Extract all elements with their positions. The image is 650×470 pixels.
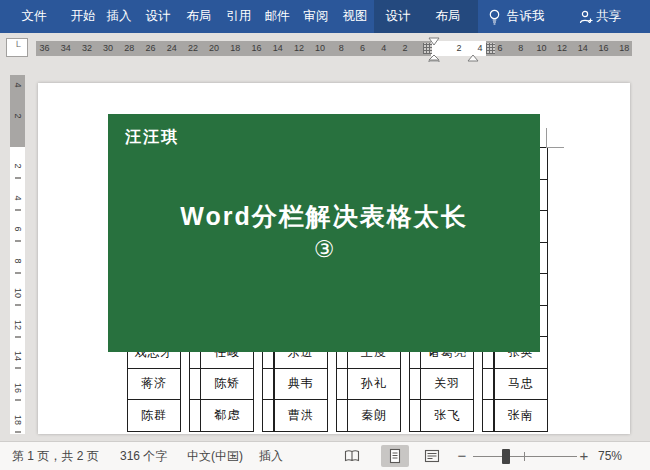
tab-table-layout[interactable]: 布局	[424, 0, 472, 33]
vruler-number: 14	[13, 349, 23, 364]
hruler-number: 12	[294, 41, 304, 56]
banner-circled-number: ③	[108, 236, 540, 263]
table-spacer-cell[interactable]	[409, 368, 421, 401]
web-layout-view-button[interactable]	[418, 445, 446, 467]
table-cell[interactable]: 蒋济	[127, 368, 181, 401]
tab-main-4[interactable]: 布局	[184, 0, 214, 33]
ribbon-tab-bar: 文件开始插入设计布局引用邮件审阅视图 设计 布局 告诉我 共享	[0, 0, 650, 33]
zoom-slider-track[interactable]	[473, 456, 577, 457]
vruler-tick	[15, 431, 21, 433]
hruler-number: 20	[209, 41, 219, 56]
vruler-number: 4	[13, 78, 23, 93]
vruler-tick	[15, 209, 21, 211]
insert-mode-status[interactable]: 插入	[259, 442, 283, 470]
tab-main-6[interactable]: 邮件	[262, 0, 292, 33]
table-cell[interactable]: 张飞	[420, 399, 474, 432]
vruler-tick	[15, 304, 21, 306]
hruler-number: 8	[518, 41, 523, 56]
print-layout-icon	[388, 448, 402, 464]
word-count-status[interactable]: 316 个字	[120, 442, 167, 470]
right-indent-marker[interactable]	[467, 54, 479, 62]
tab-main-7[interactable]: 审阅	[301, 0, 331, 33]
table-cell[interactable]: 曹洪	[274, 399, 328, 432]
tab-main-1[interactable]: 开始	[68, 0, 98, 33]
hruler-number: 8	[339, 41, 344, 56]
document-canvas: 4224681012141618 戏志才蒋济陈群任峻陈矫郗虑乐进典韦曹洪王度孙礼…	[0, 62, 650, 441]
tab-table-design[interactable]: 设计	[374, 0, 422, 33]
tab-main-5[interactable]: 引用	[224, 0, 254, 33]
hruler-number: 32	[82, 41, 92, 56]
hruler-number: 36	[39, 41, 49, 56]
table-cell[interactable]: 马忠	[494, 368, 548, 401]
zoom-slider-handle[interactable]	[502, 449, 510, 464]
table-spacer-cell[interactable]	[189, 368, 201, 401]
tab-main-2[interactable]: 插入	[104, 0, 134, 33]
table-spacer-cell[interactable]	[409, 399, 421, 432]
hruler-number: 28	[124, 41, 134, 56]
hruler-number: 6	[360, 41, 365, 56]
table-column-marker-icon[interactable]	[486, 43, 495, 54]
hruler-number: 16	[251, 41, 261, 56]
vruler-number: 2	[13, 159, 23, 174]
table-spacer-cell[interactable]	[336, 399, 348, 432]
document-page[interactable]: 戏志才蒋济陈群任峻陈矫郗虑乐进典韦曹洪王度孙礼秦朗诸葛亮关羽张飞张奂马忠张南 汪…	[38, 83, 630, 434]
hruler-number: 4	[381, 41, 386, 56]
table-spacer-cell[interactable]	[262, 368, 274, 401]
vruler-number: 16	[13, 380, 23, 395]
vruler-number: 8	[13, 254, 23, 269]
table-cell[interactable]: 典韦	[274, 368, 328, 401]
lightbulb-icon	[488, 9, 501, 25]
zoom-slider-center-tick	[524, 452, 525, 461]
web-layout-icon	[424, 449, 440, 463]
table-spacer-cell[interactable]	[336, 368, 348, 401]
zoom-percentage[interactable]: 75%	[598, 442, 622, 470]
vruler-tick	[15, 272, 21, 274]
table-cell[interactable]: 张南	[494, 399, 548, 432]
tab-file[interactable]: 文件	[19, 0, 49, 33]
share-button[interactable]: 共享	[596, 0, 621, 33]
table-cell[interactable]: 郗虑	[200, 399, 254, 432]
table-cell[interactable]: 陈矫	[200, 368, 254, 401]
status-bar: 第 1 页，共 2 页 316 个字 中文(中国) 插入 − + 75%	[0, 441, 650, 470]
table-spacer-cell[interactable]	[482, 399, 494, 432]
hruler-number: 30	[103, 41, 113, 56]
tab-main-8[interactable]: 视图	[340, 0, 370, 33]
vertical-ruler[interactable]: 4224681012141618	[10, 75, 25, 434]
hruler-number: 12	[557, 41, 567, 56]
horizontal-ruler[interactable]: 3634323028262422201816141210864224681012…	[36, 41, 632, 56]
horizontal-ruler-band: └ 36343230282624222018161412108642246810…	[0, 33, 650, 62]
green-title-banner-shape[interactable]: 汪汪琪 Word分栏解决表格太长 ③	[108, 114, 540, 352]
page-number-status[interactable]: 第 1 页，共 2 页	[12, 442, 99, 470]
language-status[interactable]: 中文(中国)	[187, 442, 243, 470]
table-spacer-cell[interactable]	[262, 399, 274, 432]
zoom-out-button[interactable]: −	[456, 442, 468, 470]
zoom-in-button[interactable]: +	[578, 442, 590, 470]
table-cell[interactable]: 陈群	[127, 399, 181, 432]
hruler-number: 34	[61, 41, 71, 56]
hruler-number: 2	[402, 41, 407, 56]
table-tools-contextual-group: 设计 布局	[374, 0, 478, 33]
tab-stop-selector[interactable]: └	[6, 38, 28, 57]
tell-me-button[interactable]: 告诉我	[507, 0, 545, 33]
first-line-indent-marker[interactable]	[428, 37, 440, 46]
hruler-number: 22	[188, 41, 198, 56]
tab-main-3[interactable]: 设计	[143, 0, 173, 33]
read-mode-icon	[344, 449, 360, 463]
table-spacer-cell[interactable]	[482, 368, 494, 401]
hruler-number: 14	[578, 41, 588, 56]
read-mode-view-button[interactable]	[338, 445, 366, 467]
word-window: 文件开始插入设计布局引用邮件审阅视图 设计 布局 告诉我 共享 └ 363432…	[0, 0, 650, 470]
vruler-tick	[15, 399, 21, 401]
hruler-number: 24	[167, 41, 177, 56]
text-boundary-corner-mark	[546, 128, 564, 148]
table-cell[interactable]: 关羽	[420, 368, 474, 401]
print-layout-view-button[interactable]	[381, 445, 409, 467]
vruler-number: 12	[13, 317, 23, 332]
hruler-number: 6	[497, 41, 502, 56]
hruler-number: 18	[230, 41, 240, 56]
table-cell[interactable]: 孙礼	[347, 368, 401, 401]
vruler-number: 18	[13, 412, 23, 427]
table-cell[interactable]: 秦朗	[347, 399, 401, 432]
vruler-number: 4	[13, 190, 23, 205]
table-spacer-cell[interactable]	[189, 399, 201, 432]
